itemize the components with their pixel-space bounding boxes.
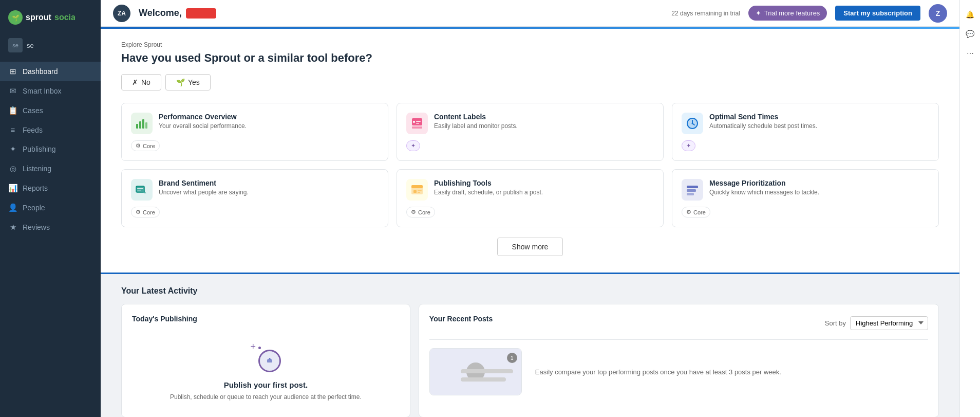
svg-rect-11 [416, 121, 421, 122]
core-icon: ⚙ [136, 142, 141, 149]
sidebar-item-reviews[interactable]: ★ Reviews [0, 217, 101, 237]
recent-posts-title: Your Recent Posts [429, 315, 493, 323]
sidebar-item-label: Reviews [23, 223, 50, 231]
smart-inbox-icon: ✉ [8, 86, 17, 96]
post-text-bar-2 [461, 377, 506, 382]
publishing-tools-icon [406, 179, 428, 201]
sidebar-user-avatar: se [8, 38, 23, 52]
feature-card-title: Publishing Tools [434, 179, 543, 187]
post-preview-image: 1 [430, 349, 521, 395]
feature-badge-core: ⚙ Core [131, 140, 160, 151]
plus-icon: + [250, 341, 256, 352]
svg-rect-20 [137, 188, 143, 189]
activity-title: Your Latest Activity [121, 286, 939, 296]
svg-rect-29 [687, 189, 696, 192]
listening-icon: ◎ [8, 164, 17, 173]
cases-icon: 📋 [8, 106, 17, 115]
recent-posts-content: 1 Easily compare your top performing pos… [429, 339, 928, 395]
topbar-profile-avatar[interactable]: Z [929, 4, 947, 23]
feature-card-title: Content Labels [434, 113, 518, 121]
optimal-send-times-icon [682, 113, 703, 134]
sparkle-icon: ✦ [756, 9, 761, 17]
post-text-bar-1 [461, 369, 513, 373]
feature-card-publishing-tools[interactable]: Publishing Tools Easily draft, schedule,… [397, 169, 664, 227]
svg-rect-32 [267, 359, 272, 362]
sidebar-item-dashboard[interactable]: ⊞ Dashboard [0, 62, 101, 81]
explore-title: Have you used Sprout or a similar tool b… [121, 51, 939, 65]
people-icon: 👤 [8, 203, 17, 212]
core-icon: ⚙ [136, 209, 141, 215]
feature-card-desc: Uncover what people are saying. [159, 189, 249, 196]
messages-icon[interactable]: 💬 [962, 26, 978, 42]
sidebar-item-smart-inbox[interactable]: ✉ Smart Inbox [0, 81, 101, 101]
sidebar-item-label: Reports [23, 184, 48, 192]
svg-rect-5 [139, 121, 141, 129]
more-options-icon[interactable]: ⋯ [962, 45, 978, 62]
recent-posts-empty-text-area: Easily compare your top performing posts… [530, 348, 928, 395]
feature-card-optimal-send-times[interactable]: Optimal Send Times Automatically schedul… [672, 103, 939, 161]
feature-card-brand-sentiment[interactable]: Brand Sentiment Uncover what people are … [121, 169, 388, 227]
topbar: ZA Welcome, 22 days remaining in trial ✦… [101, 0, 959, 27]
sidebar-item-listening[interactable]: ◎ Listening [0, 159, 101, 178]
activity-section: Your Latest Activity Today's Publishing … [101, 274, 959, 417]
publish-empty-title: Publish your first post. [224, 380, 308, 389]
recent-posts-card: Your Recent Posts Sort by Highest Perfor… [419, 304, 939, 417]
yes-button[interactable]: 🌱 Yes [165, 74, 211, 90]
dashboard-icon: ⊞ [8, 67, 17, 76]
sidebar-item-cases[interactable]: 📋 Cases [0, 101, 101, 120]
svg-rect-26 [418, 190, 422, 191]
sidebar-item-label: People [23, 204, 45, 212]
publish-empty-state: + Publish your firs [132, 331, 400, 407]
publish-circle-icon [258, 350, 281, 372]
reviews-icon: ★ [8, 223, 17, 232]
sidebar-user[interactable]: se se [0, 33, 101, 58]
feature-badge-premium: ✦ [682, 140, 695, 151]
post-preview-card[interactable]: 1 [429, 348, 522, 395]
sidebar-item-publishing[interactable]: ✦ Publishing [0, 139, 101, 159]
svg-text:🌱: 🌱 [12, 14, 20, 22]
sidebar-item-label: Smart Inbox [23, 87, 61, 95]
sidebar-logo: 🌱 sprout social [0, 4, 101, 33]
feature-badge-core: ⚙ Core [131, 207, 160, 217]
feature-card-content-labels[interactable]: Content Labels Easily label and monitor … [397, 103, 664, 161]
svg-rect-4 [136, 124, 138, 129]
feature-card-title: Performance Overview [159, 113, 247, 121]
yes-icon: 🌱 [176, 78, 185, 86]
feeds-icon: ≡ [8, 125, 17, 134]
feature-card-message-prioritization[interactable]: Message Prioritization Quickly know whic… [672, 169, 939, 227]
right-rail: 🔔 💬 ⋯ [959, 0, 980, 417]
start-subscription-button[interactable]: Start my subscription [835, 6, 920, 21]
publish-empty-desc: Publish, schedule or queue to reach your… [170, 392, 362, 402]
no-button[interactable]: ✗ No [121, 74, 161, 90]
topbar-user-avatar: ZA [113, 5, 130, 22]
sidebar-item-label: Feeds [23, 126, 43, 134]
svg-rect-7 [145, 122, 147, 129]
page-body: Explore Sprout Have you used Sprout or a… [101, 27, 959, 417]
recent-posts-body: 1 Easily compare your top performing pos… [429, 348, 928, 395]
core-icon: ⚙ [686, 209, 691, 215]
sidebar-item-label: Listening [23, 165, 51, 173]
feature-card-title: Message Prioritization [709, 179, 819, 187]
trial-remaining-text: 22 days remaining in trial [671, 10, 740, 17]
sort-label: Sort by [825, 319, 846, 327]
sidebar-item-label: Publishing [23, 145, 56, 153]
feature-card-desc: Automatically schedule best post times. [709, 122, 817, 130]
feature-grid: Performance Overview Your overall social… [121, 103, 939, 227]
sort-dropdown[interactable]: Highest Performing [850, 316, 928, 330]
core-icon: ⚙ [411, 209, 416, 215]
svg-rect-27 [418, 192, 420, 193]
svg-text:social: social [54, 13, 75, 22]
content-labels-icon [406, 113, 428, 134]
sidebar-item-feeds[interactable]: ≡ Feeds [0, 120, 101, 139]
sidebar-item-reports[interactable]: 📊 Reports [0, 178, 101, 198]
activity-grid: Today's Publishing + [121, 304, 939, 417]
trial-features-button[interactable]: ✦ Trial more features [748, 6, 827, 21]
show-more-button[interactable]: Show more [497, 238, 563, 256]
post-number-badge: 1 [507, 353, 517, 363]
sidebar-item-label: Cases [23, 106, 43, 115]
explore-section: Explore Sprout Have you used Sprout or a… [101, 29, 959, 274]
sidebar-item-people[interactable]: 👤 People [0, 198, 101, 217]
message-prioritization-icon [682, 179, 703, 201]
notifications-icon[interactable]: 🔔 [962, 6, 978, 23]
feature-card-performance-overview[interactable]: Performance Overview Your overall social… [121, 103, 388, 161]
